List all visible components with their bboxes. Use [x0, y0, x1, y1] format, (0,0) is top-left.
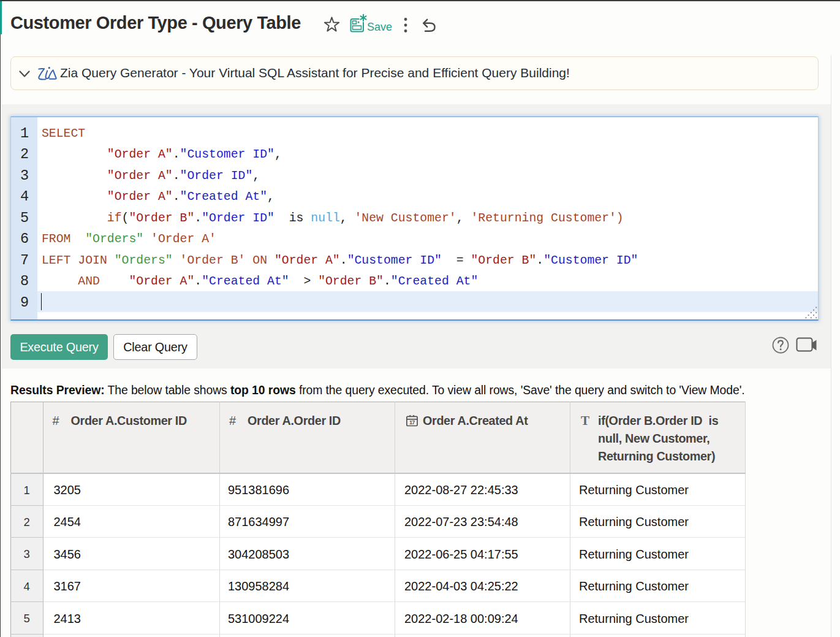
- svg-text:17: 17: [409, 419, 415, 425]
